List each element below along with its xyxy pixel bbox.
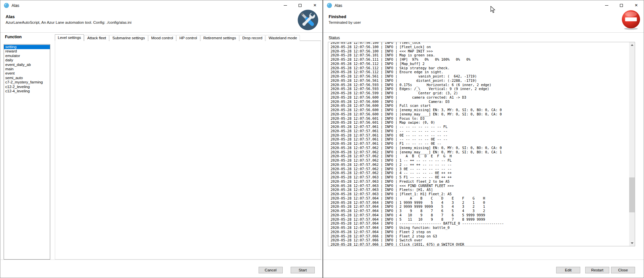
tab-attack-fleet[interactable]: Attack fleet	[84, 35, 109, 41]
close-button[interactable]: ✕	[307, 0, 322, 10]
maximize-button[interactable]	[293, 0, 307, 10]
function-listbox[interactable]: setting reward emulator daily event_dail…	[4, 44, 50, 260]
window-title: Alas	[335, 3, 342, 8]
sidebar-item-c7-2-mystery-farming[interactable]: c7-2_mystery_farming	[4, 80, 50, 84]
scroll-down-button[interactable]	[629, 240, 635, 246]
sidebar-item-event-daily-ab[interactable]: event_daily_ab	[4, 63, 50, 67]
page-subtitle: AzurLaneAutoScript, An Azur Lane automat…	[6, 20, 131, 24]
tab-hp-control[interactable]: HP control	[176, 35, 200, 41]
arrow-up-icon	[631, 44, 633, 46]
minimize-button[interactable]	[599, 0, 614, 10]
sidebar-item-main[interactable]: main	[4, 67, 50, 71]
window-title: Alas	[12, 3, 19, 8]
tools-icon	[298, 10, 318, 30]
titlebar[interactable]: Alas ✕	[323, 0, 644, 10]
divider	[323, 32, 644, 33]
tab-submarine-settings[interactable]: Submarine settings	[109, 35, 148, 41]
status-subtitle: Terminated by user	[329, 20, 361, 24]
minimize-icon	[284, 5, 287, 6]
app-logo-icon	[327, 3, 332, 8]
status-log[interactable]: 2020-05-28 12:07:56.100 | INFO | fleet_l…	[331, 42, 628, 246]
sidebar-item-reward[interactable]: reward	[4, 49, 50, 53]
scrollbar-thumb[interactable]	[629, 177, 635, 212]
scroll-up-button[interactable]	[629, 42, 635, 48]
divider	[0, 32, 322, 33]
mouse-cursor	[490, 6, 496, 13]
settings-tabbar: Level settings Attack fleet Submarine se…	[55, 34, 300, 41]
status-title: Finished	[329, 14, 346, 19]
close-button[interactable]: ✕	[629, 0, 644, 10]
divider	[0, 260, 322, 260]
status-log-box: 2020-05-28 12:07:56.100 | INFO | fleet_l…	[328, 42, 635, 246]
function-list-label: Function	[5, 35, 22, 39]
titlebar[interactable]: Alas ✕	[0, 0, 322, 10]
minimize-icon	[605, 5, 608, 6]
tab-level-settings[interactable]: Level settings	[55, 34, 84, 41]
status-group-label: Status	[329, 36, 340, 40]
divider	[323, 260, 644, 260]
sidebar-item-setting[interactable]: setting	[4, 45, 50, 49]
sidebar-item-event[interactable]: event	[4, 71, 50, 76]
maximize-icon	[620, 4, 623, 7]
close-window-button[interactable]: Close	[611, 267, 635, 273]
arrow-down-icon	[631, 242, 633, 244]
minimize-button[interactable]	[278, 0, 293, 10]
close-icon: ✕	[313, 3, 316, 7]
tab-wasteland-mode[interactable]: Wasteland mode	[266, 35, 300, 41]
close-icon: ✕	[634, 3, 638, 7]
maximize-icon	[299, 4, 302, 7]
tab-retirement-settings[interactable]: Retirement settings	[200, 35, 239, 41]
window-alas-settings: Alas ✕ Alas AzurLaneAutoScript, An Azur …	[0, 0, 323, 278]
edit-button[interactable]: Edit	[556, 267, 580, 273]
restart-button[interactable]: Restart	[585, 267, 609, 273]
page-title: Alas	[6, 14, 15, 19]
sidebar-item-semi-auto[interactable]: semi_auto	[4, 76, 50, 80]
tab-drop-record[interactable]: Drop record	[239, 35, 266, 41]
stop-icon	[621, 10, 641, 30]
sidebar-item-c12-2-leveling[interactable]: c12-2_leveling	[4, 85, 50, 89]
start-button[interactable]: Start	[291, 267, 315, 273]
cancel-button[interactable]: Cancel	[259, 267, 283, 273]
app-logo-icon	[4, 3, 9, 8]
tab-mood-control[interactable]: Mood control	[148, 35, 176, 41]
window-alas-log: Alas ✕ Finished Terminated by user Statu…	[323, 0, 644, 278]
maximize-button[interactable]	[614, 0, 629, 10]
log-scrollbar[interactable]	[629, 42, 635, 246]
tab-page-panel	[55, 41, 321, 260]
sidebar-item-c12-4-leveling[interactable]: c12-4_leveling	[4, 89, 50, 93]
sidebar-item-daily[interactable]: daily	[4, 58, 50, 62]
sidebar-item-emulator[interactable]: emulator	[4, 54, 50, 58]
